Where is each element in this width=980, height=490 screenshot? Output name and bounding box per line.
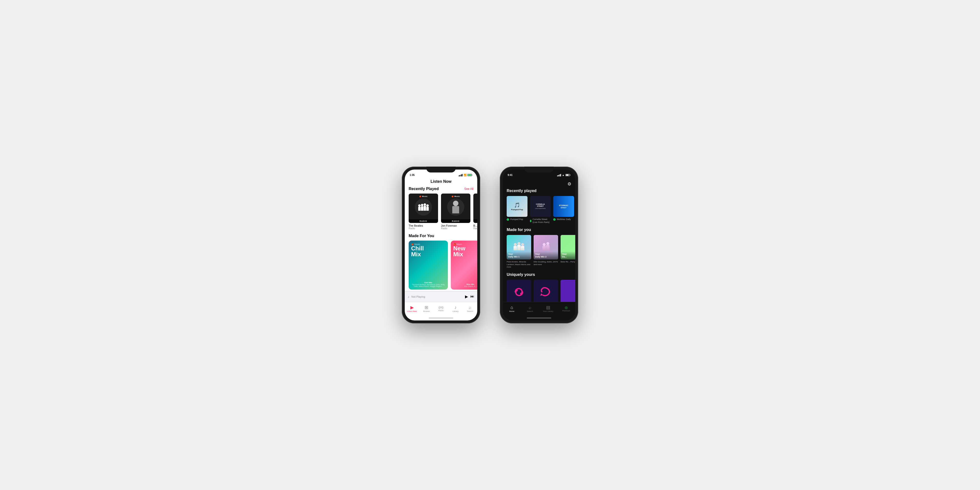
daily-mix-3-thumb: YourDa...: [560, 235, 575, 259]
made-for-you-list: YourDaily Mix 1: [503, 235, 575, 272]
spotify-icon: [507, 218, 509, 221]
repeat-rewind-card[interactable]: Repeat Rewind: [534, 280, 558, 302]
made-for-you-title: Made for you: [503, 228, 575, 235]
list-item[interactable]: 🍎 Music RADIO B... Radio: [473, 194, 477, 230]
list-item[interactable]: 🍎 Music RADIO Jon Foreman Ra: [441, 194, 470, 230]
radio-name: The Beatles: [409, 224, 438, 227]
list-item[interactable]: 9TO5MACDAILY 9to5Mac Daily: [553, 196, 574, 224]
bottom-navigation: ⌂ Home ⌕ Search ▤ Your Library ◎ Premium: [503, 302, 575, 315]
new-mix-card[interactable]: 🍎 Music NewMix New Mix Eric Church, A...: [451, 240, 477, 290]
mix-subtitle-label: Chill Mix: [411, 282, 445, 284]
nav-label: Listen Now: [407, 310, 417, 312]
playback-controls: ▶ ⏭: [465, 294, 474, 299]
library-icon: ▤: [546, 305, 550, 310]
mix-title: YourDaily Mix 2: [535, 253, 557, 258]
mix-title: YourDaily Mix 1: [508, 253, 530, 258]
settings-icon[interactable]: ⚙: [568, 181, 571, 187]
list-item[interactable]: 🍎 Music RADIO: [409, 194, 438, 230]
wifi-icon: 📶: [463, 174, 466, 177]
recently-played-header: Recently Played See All: [405, 187, 477, 194]
radio-icon: ((•)): [439, 306, 444, 309]
nav-label: Search: [527, 310, 533, 312]
nav-home[interactable]: ⌂ Home: [503, 305, 521, 312]
bottom-navigation: ▶ Listen Now ⊞ Browse ((•)) Radio ♪ Libr…: [405, 302, 477, 315]
radio-badge: RADIO: [473, 219, 477, 223]
nav-library[interactable]: ♪ Library: [449, 305, 463, 312]
made-for-you-title: Made For You: [409, 234, 434, 238]
page-title: Listen Now: [405, 177, 477, 187]
mix-subtitle: Ellie Goulding, Adele, ZAYN and more: [534, 261, 558, 266]
nav-radio[interactable]: ((•)) Radio: [434, 306, 448, 312]
apple-music-logo: 🍎 Music: [419, 194, 428, 197]
pumped-pop-thumb: 🎵 Pumped Pop: [507, 196, 528, 217]
mix-artists: Eric Church, A...: [453, 285, 477, 287]
play-button[interactable]: ▶: [465, 294, 468, 299]
nav-search[interactable]: ⌕ Search: [463, 305, 477, 312]
status-time: 9:41: [508, 174, 557, 177]
apple-music-phone: 1:35 📶 Listen Now: [402, 167, 480, 323]
nav-label: Your Library: [543, 310, 554, 312]
mix-name: ChillMix: [411, 245, 445, 257]
daily-mix-3-card[interactable]: YourDa... Bebe Re... Perry a...: [560, 235, 575, 268]
skip-button[interactable]: ⏭: [470, 294, 474, 299]
nav-label: Browse: [423, 310, 430, 312]
status-icons: ▲: [557, 174, 570, 177]
status-time: 1:35: [410, 174, 459, 177]
mix-name: NewMix: [453, 245, 477, 257]
uniquely-yours-3-card[interactable]: [560, 280, 575, 302]
spotify-content: ⚙ Recently played 🎵 Pumped Pop: [503, 177, 575, 302]
artist-avatar: [447, 199, 464, 216]
recently-played-title: Recently played: [503, 189, 575, 196]
on-repeat-card[interactable]: On Repeat: [507, 280, 531, 302]
radio-name: B...: [473, 224, 477, 227]
podcast-text: 9TO5MACDAILY: [559, 204, 568, 209]
home-icon: ⌂: [511, 305, 513, 310]
recent-name: 9to5Mac Daily: [557, 218, 571, 221]
daily-mix-1-card[interactable]: YourDaily Mix 1: [507, 235, 531, 268]
radio-type: Radio: [473, 227, 477, 230]
mix-subtitle: Pistol Annies, Miranda Lambert, Maren Mo…: [507, 261, 531, 268]
library-icon: ♪: [455, 305, 457, 310]
chill-mix-card[interactable]: 🍎 Music ChillMix Chill Mix The Avett Bro…: [409, 240, 448, 290]
status-icons: 📶: [459, 174, 473, 177]
mac-daily-thumb: 9TO5MACDAILY: [553, 196, 574, 217]
nav-library[interactable]: ▤ Your Library: [539, 305, 557, 312]
nav-browse[interactable]: ⊞ Browse: [419, 305, 434, 312]
repeat-rewind-thumb: [534, 280, 558, 302]
recently-played-list: 🍎 Music RADIO: [405, 194, 477, 234]
recent-name: Pumped Pop: [510, 218, 523, 221]
notch: [426, 167, 456, 172]
mix-artists: The Avett Brothers, Mumford & Sons, Moll…: [411, 284, 445, 287]
listen-now-icon: ▶: [410, 305, 414, 310]
settings-header: ⚙: [503, 177, 575, 189]
spotify-phone: 9:41 ▲ ⚙: [500, 167, 578, 323]
see-all-button[interactable]: See All: [464, 187, 473, 191]
apple-music-logo: 🍎 Music: [452, 194, 460, 197]
search-icon: ⌕: [469, 305, 471, 310]
nav-search[interactable]: ⌕ Search: [521, 305, 539, 312]
recently-played-title: Recently Played: [409, 187, 439, 191]
radio-type: Radio: [409, 227, 438, 230]
list-item[interactable]: 🎵 Pumped Pop Pumped Pop: [507, 196, 528, 224]
daily-mix-2-card[interactable]: YourDaily Mix 2 Ellie Goulding, Adele, Z…: [534, 235, 558, 268]
now-playing-bar: ♪ Not Playing ▶ ⏭: [405, 291, 477, 302]
daily-mix-2-thumb: YourDaily Mix 2: [534, 235, 558, 259]
radio-badge: RADIO: [441, 219, 470, 223]
signal-icon: [557, 174, 561, 177]
on-repeat-thumb: [507, 280, 531, 302]
now-playing-text: Not Playing: [411, 295, 463, 298]
wifi-icon: ▲: [562, 174, 565, 177]
signal-icon: [459, 174, 463, 177]
mix-subtitle-label: New Mix: [453, 283, 477, 285]
search-icon: ⌕: [529, 305, 531, 310]
daily-mix-1-thumb: YourDaily Mix 1: [507, 235, 531, 259]
browse-icon: ⊞: [425, 305, 428, 310]
svg-point-0: [520, 293, 523, 295]
album-text: CORNELIASTREETLIVE FROM PARIS: [535, 204, 546, 210]
nav-label: Home: [509, 310, 514, 312]
nav-listen-now[interactable]: ▶ Listen Now: [405, 305, 419, 312]
list-item[interactable]: CORNELIASTREETLIVE FROM PARIS Cornelia S…: [530, 196, 551, 224]
nav-premium[interactable]: ◎ Premium: [557, 306, 575, 312]
uniquely-yours-title: Uniquely yours: [503, 272, 575, 280]
notch: [524, 167, 554, 172]
